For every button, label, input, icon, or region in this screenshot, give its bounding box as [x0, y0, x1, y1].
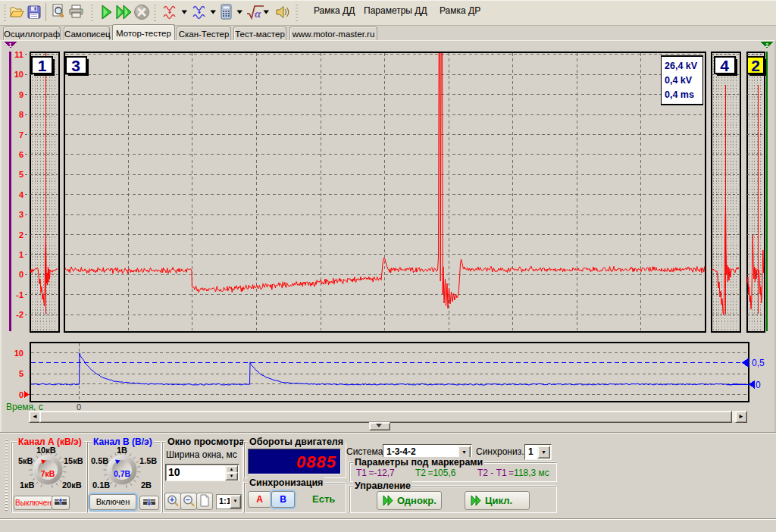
svg-text:0: 0 [19, 390, 23, 399]
svg-text:10: 10 [14, 70, 23, 79]
svg-text:0: 0 [19, 270, 23, 279]
svg-text:4: 4 [19, 190, 24, 199]
svg-text:−: − [186, 496, 190, 504]
svg-text:9: 9 [19, 90, 23, 99]
svg-text:2: 2 [765, 42, 768, 49]
svg-text:26,4 kV: 26,4 kV [665, 61, 698, 71]
svg-text:5: 5 [19, 170, 23, 179]
svg-text:2: 2 [19, 230, 23, 239]
svg-text:1: 1 [19, 250, 23, 259]
svg-text:α: α [255, 8, 261, 20]
svg-text:0,4 ms: 0,4 ms [665, 89, 694, 100]
svg-text:4: 4 [720, 57, 729, 74]
svg-text:+: + [170, 496, 174, 504]
svg-text:-2: -2 [16, 310, 23, 319]
svg-text:0: 0 [756, 380, 761, 390]
svg-text:1: 1 [38, 57, 47, 74]
svg-text:7: 7 [19, 130, 23, 139]
svg-text:11: 11 [14, 50, 23, 59]
svg-text:8: 8 [19, 110, 23, 119]
svg-text:6: 6 [19, 150, 23, 159]
svg-text:1: 1 [8, 42, 11, 49]
svg-text:3: 3 [19, 210, 23, 219]
svg-text:0,5: 0,5 [752, 358, 765, 368]
svg-text:0,4 kV: 0,4 kV [665, 75, 693, 86]
svg-text:2: 2 [751, 57, 760, 74]
svg-text:5: 5 [19, 369, 23, 378]
svg-text:10: 10 [14, 349, 23, 358]
svg-text:3: 3 [71, 57, 80, 74]
svg-text:-1: -1 [16, 290, 23, 299]
